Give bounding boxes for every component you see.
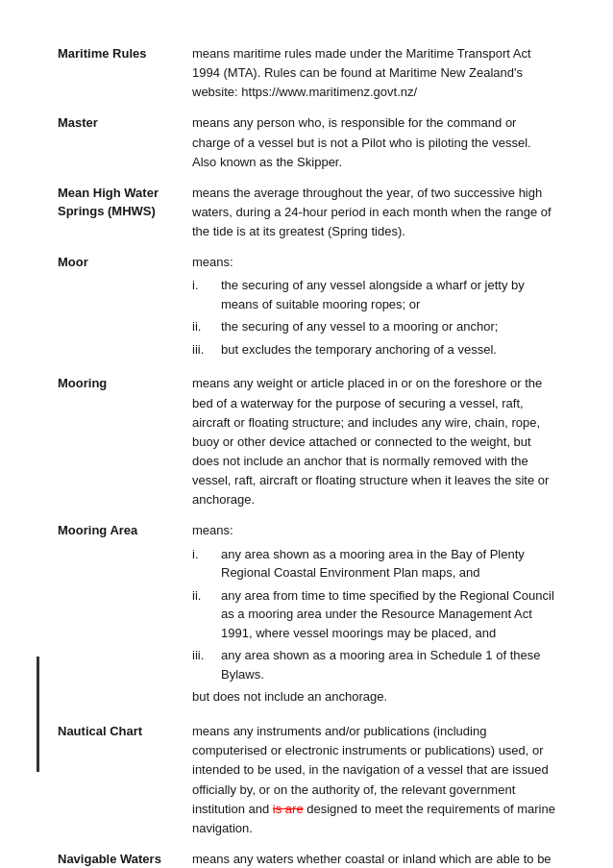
definition-row-nautical-chart: Nautical Chart means any instruments and… — [58, 716, 555, 844]
def-maritime-rules: means maritime rules made under the Mari… — [192, 38, 555, 108]
numeral-i-ma: i. — [192, 545, 221, 583]
term-navigable-waters: Navigable Waters — [58, 844, 192, 868]
definition-row-mhws: Mean High Water Springs (MHWS) means the… — [58, 178, 555, 247]
def-moor-list: i. the securing of any vessel alongside … — [192, 276, 555, 359]
sub-text-moor-ii: the securing of any vessel to a mooring … — [221, 317, 555, 336]
page: Maritime Rules means maritime rules made… — [0, 0, 613, 868]
definition-row-moor: Moor means: i. the securing of any vesse… — [58, 247, 555, 368]
sub-text-ma-i: any area shown as a mooring area in the … — [221, 545, 555, 583]
term-nautical-chart: Nautical Chart — [58, 716, 192, 844]
definition-row-mooring: Mooring means any weight or article plac… — [58, 368, 555, 515]
def-master: means any person who, is responsible for… — [192, 108, 555, 177]
term-mhws: Mean High Water Springs (MHWS) — [58, 178, 192, 247]
definitions-table: Maritime Rules means maritime rules made… — [58, 38, 555, 868]
numeral-ii: ii. — [192, 317, 221, 336]
list-item: iii. any area shown as a mooring area in… — [192, 646, 555, 683]
definition-row-mooring-area: Mooring Area means: i. any area shown as… — [58, 515, 555, 716]
term-mhws-line1: Mean High Water — [58, 186, 159, 200]
list-item: ii. any area from time to time specified… — [192, 586, 555, 643]
term-mooring: Mooring — [58, 368, 192, 515]
def-mooring-area: means: i. any area shown as a mooring ar… — [192, 515, 555, 716]
list-item: ii. the securing of any vessel to a moor… — [192, 317, 555, 336]
list-item: iii. but excludes the temporary anchorin… — [192, 340, 555, 360]
def-mooring: means any weight or article placed in or… — [192, 368, 555, 515]
term-mhws-line2: Springs (MHWS) — [58, 204, 156, 218]
sub-text-ma-iii: any area shown as a mooring area in Sche… — [221, 646, 555, 683]
def-moor-prefix: means: — [192, 253, 555, 272]
left-bar-marker — [37, 657, 39, 772]
def-nautical-chart: means any instruments and/or publication… — [192, 716, 555, 844]
list-item: i. the securing of any vessel alongside … — [192, 276, 555, 313]
numeral-i: i. — [192, 276, 221, 313]
definition-row-maritime-rules: Maritime Rules means maritime rules made… — [58, 38, 555, 108]
def-moor: means: i. the securing of any vessel alo… — [192, 247, 555, 368]
def-navigable-waters: means any waters whether coastal or inla… — [192, 844, 555, 868]
term-mooring-area: Mooring Area — [58, 515, 192, 716]
def-mooring-area-list: i. any area shown as a mooring area in t… — [192, 545, 555, 684]
sub-text-moor-iii: but excludes the temporary anchoring of … — [221, 340, 555, 360]
numeral-ii-ma: ii. — [192, 586, 221, 643]
def-nautical-chart-strikethrough: is are — [273, 802, 304, 816]
term-master: Master — [58, 108, 192, 177]
numeral-iii: iii. — [192, 340, 221, 360]
term-moor: Moor — [58, 247, 192, 368]
list-item: i. any area shown as a mooring area in t… — [192, 545, 555, 583]
sub-text-moor-i: the securing of any vessel alongside a w… — [221, 276, 555, 313]
numeral-iii-ma: iii. — [192, 646, 221, 683]
def-mooring-area-prefix: means: — [192, 521, 555, 540]
definition-row-navigable-waters: Navigable Waters means any waters whethe… — [58, 844, 555, 868]
def-mhws: means the average throughout the year, o… — [192, 178, 555, 247]
def-mooring-area-suffix: but does not include an anchorage. — [192, 687, 555, 707]
term-maritime-rules: Maritime Rules — [58, 38, 192, 108]
sub-text-ma-ii: any area from time to time specified by … — [221, 586, 555, 643]
definition-row-master: Master means any person who, is responsi… — [58, 108, 555, 177]
